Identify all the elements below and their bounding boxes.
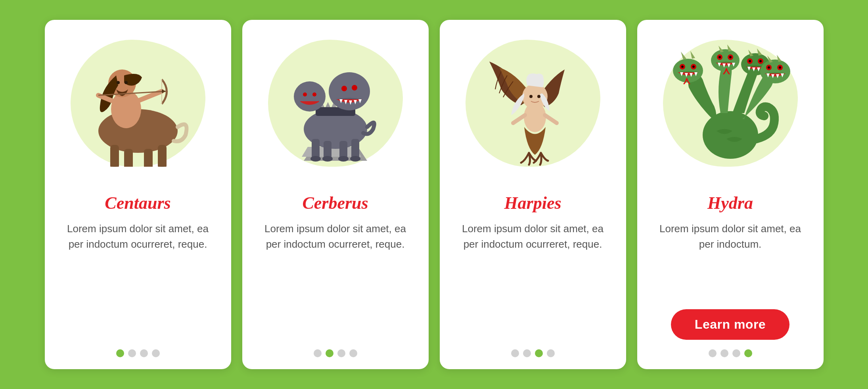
svg-point-57 <box>673 59 703 83</box>
learn-more-button[interactable]: Learn more <box>671 309 789 340</box>
svg-point-27 <box>338 156 349 162</box>
dot-3 <box>535 349 543 357</box>
svg-point-35 <box>294 81 326 112</box>
svg-point-68 <box>711 49 740 71</box>
svg-point-94 <box>779 66 781 69</box>
dot-3 <box>732 349 740 357</box>
svg-rect-2 <box>124 149 133 167</box>
svg-point-82 <box>749 60 751 62</box>
hydra-description: Lorem ipsum dolor sit amet, ea per indoc… <box>637 221 824 301</box>
svg-point-11 <box>117 81 120 84</box>
dot-4 <box>547 349 555 357</box>
dot-2 <box>523 349 531 357</box>
svg-point-48 <box>341 86 347 91</box>
cards-container: Centaurs Lorem ipsum dolor sit amet, ea … <box>29 4 839 385</box>
centaur-illustration <box>79 40 197 167</box>
card-cerberus: Cerberus Lorem ipsum dolor sit amet, ea … <box>242 20 429 369</box>
cerberus-image-area <box>242 20 429 187</box>
dot-2 <box>128 349 136 357</box>
svg-rect-3 <box>144 149 153 167</box>
svg-point-52 <box>529 95 533 98</box>
dot-3 <box>140 349 148 357</box>
svg-point-40 <box>329 72 370 110</box>
svg-marker-31 <box>326 102 330 107</box>
dot-1 <box>314 349 322 357</box>
harpies-title: Harpies <box>504 193 561 213</box>
svg-point-38 <box>303 92 307 96</box>
svg-line-54 <box>513 115 525 123</box>
hydra-illustration <box>665 40 796 167</box>
dot-4 <box>349 349 357 357</box>
hydra-image-area <box>637 20 824 187</box>
dot-2 <box>326 349 333 357</box>
harpies-dots <box>511 349 555 357</box>
svg-point-72 <box>729 56 732 58</box>
svg-rect-4 <box>158 145 167 167</box>
svg-point-93 <box>768 66 770 69</box>
cerberus-description: Lorem ipsum dolor sit amet, ea per indoc… <box>242 221 429 340</box>
card-hydra: Hydra Lorem ipsum dolor sit amet, ea per… <box>637 20 824 369</box>
svg-point-56 <box>703 111 758 159</box>
svg-point-90 <box>760 60 790 83</box>
harpies-illustration <box>477 38 588 169</box>
svg-point-39 <box>312 92 316 96</box>
dot-1 <box>511 349 519 357</box>
harpies-image-area <box>440 20 626 187</box>
centaurs-title: Centaurs <box>105 193 171 213</box>
svg-marker-63 <box>690 51 695 59</box>
centaur-image-area <box>45 20 231 187</box>
svg-rect-1 <box>110 145 119 167</box>
cerberus-title: Cerberus <box>302 193 368 213</box>
svg-point-26 <box>322 156 333 162</box>
centaurs-description: Lorem ipsum dolor sit amet, ea per indoc… <box>45 221 231 340</box>
svg-point-28 <box>350 156 360 162</box>
svg-line-55 <box>545 115 557 123</box>
card-harpies: Harpies Lorem ipsum dolor sit amet, ea p… <box>440 20 626 369</box>
svg-marker-17 <box>162 89 166 93</box>
svg-point-71 <box>719 56 721 58</box>
dot-1 <box>709 349 717 357</box>
svg-point-83 <box>759 60 762 62</box>
dot-4 <box>744 349 752 357</box>
cerberus-illustration <box>272 38 399 169</box>
svg-point-25 <box>310 156 321 162</box>
svg-rect-24 <box>351 139 359 159</box>
dot-4 <box>152 349 160 357</box>
cerberus-dots <box>314 349 357 357</box>
dot-3 <box>337 349 345 357</box>
hydra-title: Hydra <box>707 193 753 213</box>
svg-point-60 <box>681 65 684 68</box>
harpies-description: Lorem ipsum dolor sit amet, ea per indoc… <box>440 221 626 340</box>
centaurs-dots <box>116 349 160 357</box>
card-centaurs: Centaurs Lorem ipsum dolor sit amet, ea … <box>45 20 231 369</box>
svg-point-49 <box>352 85 357 91</box>
dot-2 <box>720 349 728 357</box>
svg-point-12 <box>125 81 128 84</box>
svg-marker-62 <box>681 52 686 60</box>
hydra-dots <box>709 349 752 357</box>
svg-rect-21 <box>312 139 320 159</box>
svg-point-53 <box>537 95 540 98</box>
dot-1 <box>116 349 124 357</box>
svg-point-61 <box>692 65 695 68</box>
